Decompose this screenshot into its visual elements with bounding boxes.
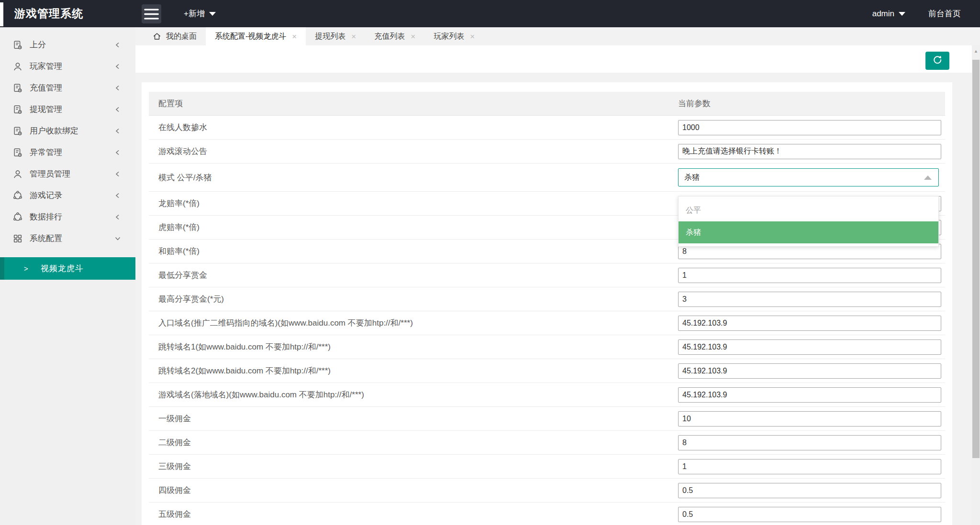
config-row-label: 一级佣金 <box>149 413 675 424</box>
config-input[interactable] <box>678 459 941 474</box>
sidebar-item[interactable]: 用户收款绑定 <box>0 120 135 142</box>
config-row-label: 四级佣金 <box>149 485 675 496</box>
dropdown-option[interactable]: 杀猪 <box>679 221 938 243</box>
sidebar-item[interactable]: 上分 <box>0 34 135 55</box>
sidebar-item[interactable]: 数据排行 <box>0 206 135 228</box>
tab[interactable]: 充值列表 × <box>365 27 424 45</box>
config-input[interactable] <box>678 144 941 159</box>
config-row-label: 入口域名(推广二维码指向的域名)(如www.baidu.com 不要加htp:/… <box>149 317 675 328</box>
sidebar-item[interactable]: 充值管理 <box>0 77 135 98</box>
tab-label: 系统配置-视频龙虎斗 <box>215 32 286 42</box>
config-row: 最低分享赏金 <box>149 263 945 287</box>
config-row-label: 虎赔率(*倍) <box>149 222 675 233</box>
chevron-left-icon <box>114 214 121 220</box>
sidebar-item[interactable]: 玩家管理 <box>0 55 135 77</box>
list-icon <box>142 4 161 24</box>
tab[interactable]: 提现列表 × <box>306 27 365 45</box>
column-header-value: 当前参数 <box>675 98 945 109</box>
scrollbar-up-arrow-icon[interactable]: ▲ <box>972 49 980 54</box>
sidebar-menu: 上分 玩家管理 充值管理 提现管理 用户收款绑定 异常管理 管理员管理 游戏记录… <box>0 34 135 249</box>
sidebar-item[interactable]: 管理员管理 <box>0 163 135 185</box>
sidebar-subitem-active[interactable]: > 视频龙虎斗 <box>0 257 135 280</box>
user-icon <box>12 169 23 179</box>
scrollbar-thumb[interactable] <box>972 60 980 458</box>
config-row-label: 游戏域名(落地域名)(如www.baidu.com 不要加htp://和/***… <box>149 389 675 400</box>
config-row-value-cell <box>675 363 945 379</box>
config-row: 跳转域名1(如www.baidu.com 不要加htp://和/***) <box>149 335 945 359</box>
tab-close-icon[interactable]: × <box>411 33 415 41</box>
config-row: 入口域名(推广二维码指向的域名)(如www.baidu.com 不要加htp:/… <box>149 311 945 335</box>
config-row-value-cell <box>675 144 945 159</box>
chevron-left-icon <box>114 85 121 91</box>
tab-close-icon[interactable]: × <box>470 33 475 41</box>
config-row-label: 跳转域名1(如www.baidu.com 不要加htp://和/***) <box>149 341 675 352</box>
refresh-icon <box>932 55 943 67</box>
sidebar: 上分 玩家管理 充值管理 提现管理 用户收款绑定 异常管理 管理员管理 游戏记录… <box>0 27 135 525</box>
left-scrollbar-remnant <box>0 2 3 26</box>
main-area: 我的桌面 系统配置-视频龙虎斗 × 提现列表 × 充值列表 × 玩家列表 × 配… <box>135 27 980 525</box>
caret-down-icon <box>209 12 216 16</box>
mode-select[interactable]: 杀猪 公平杀猪 <box>678 168 941 186</box>
sidebar-item-label: 充值管理 <box>30 82 62 93</box>
mode-dropdown: 公平杀猪 <box>678 196 939 247</box>
tab-close-icon[interactable]: × <box>351 33 356 41</box>
config-input[interactable] <box>678 387 941 403</box>
config-row: 游戏域名(落地域名)(如www.baidu.com 不要加htp://和/***… <box>149 383 945 407</box>
config-input[interactable] <box>678 435 941 450</box>
new-menu-button[interactable]: +新增 <box>184 0 216 27</box>
config-row-value-cell <box>675 120 945 135</box>
config-row: 在线人数掺水 <box>149 116 945 140</box>
sidebar-item-label: 用户收款绑定 <box>30 125 78 136</box>
config-input[interactable] <box>678 316 941 331</box>
admin-user-menu[interactable]: admin <box>872 9 905 19</box>
config-input[interactable] <box>678 268 941 283</box>
sidebar-item[interactable]: 系统配置 <box>0 228 135 249</box>
sidebar-item-label: 异常管理 <box>30 147 62 158</box>
sidebar-item-label: 提现管理 <box>30 104 62 115</box>
tab[interactable]: 玩家列表 × <box>424 27 484 45</box>
config-row-value-cell <box>675 387 945 403</box>
vertical-scrollbar: ▲ <box>972 45 980 525</box>
sidebar-item-label: 数据排行 <box>30 211 62 222</box>
tab-label: 充值列表 <box>374 32 405 42</box>
config-input[interactable] <box>678 507 941 522</box>
mode-select-box[interactable]: 杀猪 <box>678 168 939 186</box>
sidebar-item[interactable]: 提现管理 <box>0 98 135 120</box>
chevron-left-icon <box>114 42 121 48</box>
sidebar-item-label: 玩家管理 <box>30 61 62 72</box>
config-row-label: 在线人数掺水 <box>149 122 675 133</box>
config-row-value-cell <box>675 339 945 355</box>
mode-select-value: 杀猪 <box>684 173 700 183</box>
admin-username: admin <box>872 9 894 19</box>
collapse-sidebar-button[interactable] <box>142 4 161 23</box>
config-row-label: 二级佣金 <box>149 437 675 448</box>
config-input[interactable] <box>678 483 941 498</box>
toolbar <box>135 45 972 73</box>
config-input[interactable] <box>678 411 941 427</box>
caret-down-icon <box>899 12 905 16</box>
chevron-left-icon <box>114 192 121 199</box>
document-icon <box>12 147 23 158</box>
chevron-right-icon: > <box>24 264 28 273</box>
config-input[interactable] <box>678 363 941 379</box>
tab[interactable]: 我的桌面 <box>144 27 206 45</box>
chevron-left-icon <box>114 128 121 134</box>
config-row: 三级佣金 <box>149 455 945 479</box>
config-row-value-cell <box>675 411 945 427</box>
sidebar-item[interactable]: 异常管理 <box>0 142 135 163</box>
config-row: 跳转域名2(如www.baidu.com 不要加htp://和/***) <box>149 359 945 383</box>
sidebar-item[interactable]: 游戏记录 <box>0 185 135 206</box>
tab[interactable]: 系统配置-视频龙虎斗 × <box>206 27 306 45</box>
dropdown-option[interactable]: 公平 <box>679 199 938 221</box>
front-home-link[interactable]: 前台首页 <box>928 8 961 19</box>
config-input[interactable] <box>678 292 941 307</box>
tab-label: 提现列表 <box>315 32 345 42</box>
caret-up-icon <box>924 175 932 180</box>
config-row: 五级佣金 <box>149 503 945 525</box>
refresh-button[interactable] <box>925 52 949 70</box>
config-input[interactable] <box>678 339 941 355</box>
tab-close-icon[interactable]: × <box>292 33 297 41</box>
config-input[interactable] <box>678 120 941 135</box>
user-icon <box>12 61 23 72</box>
column-header-item: 配置项 <box>149 98 675 109</box>
